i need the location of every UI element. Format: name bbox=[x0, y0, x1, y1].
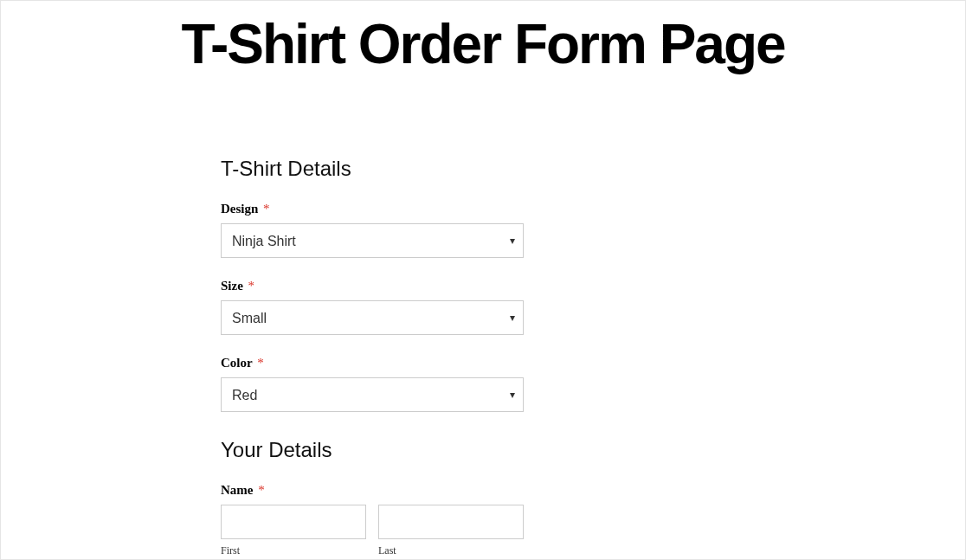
design-field-group: Design * Ninja Shirt ▾ bbox=[221, 202, 524, 258]
color-select-wrapper: Red ▾ bbox=[221, 377, 524, 412]
order-form: T-Shirt Details Design * Ninja Shirt ▾ S… bbox=[221, 157, 524, 557]
required-asterisk: * bbox=[258, 483, 265, 497]
your-details-heading: Your Details bbox=[221, 438, 524, 462]
last-name-input[interactable] bbox=[378, 505, 524, 539]
name-field-group: Name * First Last bbox=[221, 483, 524, 557]
design-select[interactable]: Ninja Shirt bbox=[221, 223, 524, 258]
page-title: T-Shirt Order Form Page bbox=[1, 1, 965, 74]
color-label: Color * bbox=[221, 356, 524, 370]
required-asterisk: * bbox=[257, 356, 264, 370]
color-select[interactable]: Red bbox=[221, 377, 524, 412]
size-select-wrapper: Small ▾ bbox=[221, 300, 524, 335]
last-name-col: Last bbox=[378, 505, 524, 557]
first-name-col: First bbox=[221, 505, 366, 557]
name-row: First Last bbox=[221, 505, 524, 557]
size-label-text: Size bbox=[221, 279, 243, 293]
design-label-text: Design bbox=[221, 202, 258, 216]
color-label-text: Color bbox=[221, 356, 252, 370]
size-label: Size * bbox=[221, 279, 524, 293]
design-select-wrapper: Ninja Shirt ▾ bbox=[221, 223, 524, 258]
name-label-text: Name bbox=[221, 483, 254, 497]
first-name-input[interactable] bbox=[221, 505, 366, 539]
tshirt-details-heading: T-Shirt Details bbox=[221, 157, 524, 181]
last-name-sublabel: Last bbox=[378, 544, 524, 557]
required-asterisk: * bbox=[263, 202, 270, 216]
size-field-group: Size * Small ▾ bbox=[221, 279, 524, 335]
size-select[interactable]: Small bbox=[221, 300, 524, 335]
design-label: Design * bbox=[221, 202, 524, 216]
color-field-group: Color * Red ▾ bbox=[221, 356, 524, 412]
required-asterisk: * bbox=[248, 279, 255, 293]
first-name-sublabel: First bbox=[221, 544, 366, 557]
name-label: Name * bbox=[221, 483, 524, 498]
